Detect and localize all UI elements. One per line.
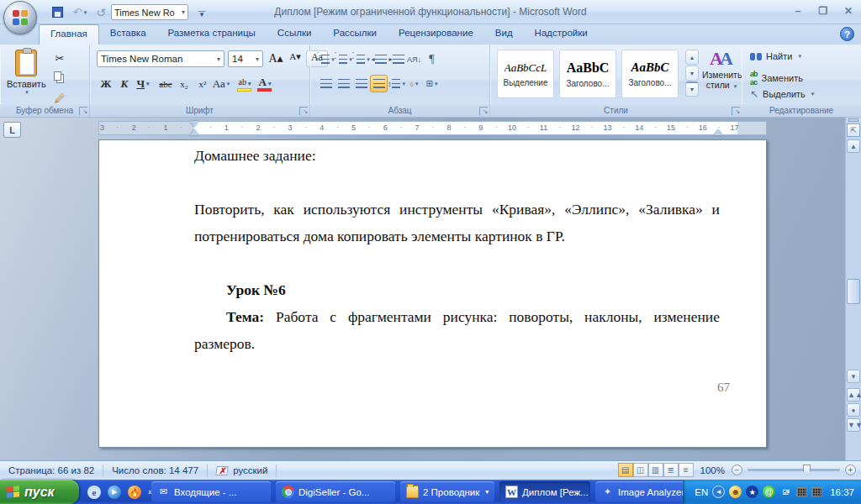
taskbar-button[interactable]: DigiSeller - Go... <box>276 481 395 502</box>
text-line[interactable]: потренироваться дома копировать элементы… <box>194 223 720 249</box>
first-line-indent-marker[interactable] <box>190 121 198 127</box>
sort-button[interactable]: АЯ↓ <box>405 50 423 68</box>
office-button[interactable] <box>3 1 37 34</box>
font-name-combo[interactable]: Times New Roman▾ <box>97 50 224 67</box>
superscript-button[interactable]: x² <box>193 75 212 93</box>
hanging-indent-marker[interactable] <box>190 129 198 135</box>
underline-button[interactable]: Ч▾ <box>134 75 152 93</box>
tab-2[interactable]: Вставка <box>99 24 157 45</box>
shading-button[interactable]: ⬨▾ <box>405 75 423 92</box>
paragraph-dialog-launcher[interactable]: ↘ <box>479 107 488 115</box>
change-case-button[interactable]: Аа▾ <box>212 75 230 93</box>
shrink-font-button[interactable]: А▾ <box>286 50 304 67</box>
align-left-button[interactable] <box>317 75 335 92</box>
text-line[interactable]: Повторить, как используются инструменты … <box>194 196 720 223</box>
line-spacing-button[interactable]: ↕▾ <box>388 75 405 92</box>
cut-button[interactable]: ✂ <box>50 50 69 66</box>
strikethrough-button[interactable]: abc <box>156 75 175 93</box>
tab-4[interactable]: Ссылки <box>267 24 323 45</box>
tab-1[interactable]: Главная <box>39 24 99 45</box>
internet-explorer-icon[interactable]: e <box>87 486 101 499</box>
page-indicator[interactable]: Страница: 66 из 82 <box>0 465 103 477</box>
zoom-thumb[interactable] <box>803 465 811 475</box>
word-count[interactable]: Число слов: 14 477 <box>103 465 208 477</box>
minimize-button[interactable]: – <box>790 5 806 17</box>
tab-5[interactable]: Рассылки <box>322 24 388 45</box>
blank-line[interactable] <box>194 169 720 196</box>
taskbar-button[interactable]: WДиплом [Реж... <box>499 481 590 502</box>
text-line[interactable]: Урок №6 <box>194 276 720 303</box>
styles-more-button[interactable]: ▼ <box>685 81 699 97</box>
clipboard-dialog-launcher[interactable]: ↘ <box>79 107 87 115</box>
browse-object-button[interactable]: ● <box>847 403 860 417</box>
horizontal-ruler[interactable]: 3·2·1··1·2·3·4·5·6·7·8·9·10·11·12·13·14·… <box>98 121 767 135</box>
taskbar-button[interactable]: ✦Image Analyzer <box>595 481 696 502</box>
bullets-button[interactable]: ▾ <box>317 50 335 68</box>
tab-7[interactable]: Вид <box>484 24 524 45</box>
find-button[interactable]: Найти▾ <box>750 51 801 61</box>
multilevel-list-button[interactable]: ▾ <box>352 50 370 68</box>
zoom-out-button[interactable]: − <box>732 465 742 475</box>
document-page[interactable]: Домашнее задание:Повторить, как использу… <box>98 139 767 448</box>
firefox-icon[interactable]: 🔥 <box>128 486 141 499</box>
show-marks-button[interactable]: ¶ <box>423 50 441 68</box>
outline-view-button[interactable]: ≣ <box>663 463 679 477</box>
keyboard-tray-icon[interactable] <box>796 487 807 496</box>
previous-page-button[interactable]: ▲▲ <box>847 388 860 402</box>
clock[interactable]: 16:37 <box>830 487 854 497</box>
text-line[interactable]: Домашнее задание: <box>194 142 720 169</box>
styles-scroll-up-button[interactable]: ▲ <box>685 50 699 65</box>
font-color-button[interactable]: А▾ <box>255 75 275 93</box>
style-card-3[interactable]: AaBbCЗаголово... <box>621 50 679 98</box>
change-styles-button[interactable]: АА Изменить стили ▾ <box>702 48 741 102</box>
text-line[interactable]: размеров. <box>194 330 720 357</box>
replace-button[interactable]: abac Заменить <box>750 70 803 87</box>
fullscreen-reading-view-button[interactable]: ◫ <box>633 463 648 477</box>
taskbar-button[interactable]: 2 Проводник▾ <box>400 481 494 502</box>
decrease-indent-button[interactable]: ◂ <box>370 50 388 68</box>
messenger-tray-icon[interactable]: ☻ <box>729 486 742 498</box>
select-button[interactable]: ↖ Выделить▾ <box>750 88 814 100</box>
styles-scroll-down-button[interactable]: ▼ <box>685 66 699 81</box>
blank-line[interactable] <box>194 249 720 276</box>
star-tray-icon[interactable]: ★ <box>746 486 758 498</box>
close-button[interactable]: ✕ <box>841 5 856 17</box>
text-line[interactable]: Тема: Работа с фрагментами рисунка: пово… <box>194 303 720 330</box>
tab-stop-selector[interactable]: L <box>3 122 21 138</box>
taskbar-button[interactable]: ✉Входящие - ... <box>151 481 271 502</box>
bold-button[interactable]: Ж <box>97 75 115 93</box>
language-indicator[interactable]: русский <box>208 465 277 477</box>
ruler-toggle-button[interactable]: ⇱ <box>847 123 860 137</box>
zoom-slider[interactable]: − + <box>732 465 856 475</box>
paste-button[interactable]: Вставить ▾ <box>7 50 45 103</box>
highlight-button[interactable]: ab▾ <box>235 75 255 93</box>
tray-collapse-icon[interactable]: ◄ <box>712 486 725 498</box>
subscript-button[interactable]: x₂ <box>175 75 193 93</box>
start-button[interactable]: пуск <box>0 480 79 504</box>
align-center-button[interactable] <box>335 75 352 92</box>
tab-3[interactable]: Разметка страницы <box>157 24 267 45</box>
font-dialog-launcher[interactable]: ↘ <box>299 107 308 115</box>
zoom-level[interactable]: 100% <box>700 465 725 475</box>
draft-view-button[interactable]: ≡ <box>679 463 694 477</box>
media-player-icon[interactable]: ▶ <box>108 486 121 499</box>
copy-button[interactable] <box>50 70 69 87</box>
align-right-button[interactable] <box>352 75 370 92</box>
grid-tray-icon[interactable] <box>811 487 822 496</box>
scrollbar-thumb[interactable] <box>847 279 860 304</box>
tab-8[interactable]: Надстройки <box>524 24 599 45</box>
scroll-down-button[interactable]: ▼ <box>847 370 860 383</box>
right-indent-marker[interactable] <box>714 129 722 135</box>
split-handle[interactable] <box>848 118 858 122</box>
vertical-scrollbar[interactable]: ⇱ ▲ ▼ ▲▲ ● ▼▼ <box>845 118 861 460</box>
next-page-button[interactable]: ▼▼ <box>847 418 860 432</box>
network-tray-icon[interactable]: 🖳 <box>779 486 792 498</box>
web-layout-view-button[interactable]: ▥ <box>648 463 663 477</box>
font-size-combo[interactable]: 14▾ <box>228 50 263 67</box>
restore-button[interactable]: ❐ <box>816 5 831 17</box>
style-card-2[interactable]: AaBbСЗаголово... <box>559 50 616 98</box>
scroll-up-button[interactable]: ▲ <box>847 139 860 153</box>
language-bar[interactable]: EN <box>695 487 708 497</box>
help-icon[interactable]: ? <box>840 27 854 41</box>
increase-indent-button[interactable]: ▸ <box>388 50 405 68</box>
